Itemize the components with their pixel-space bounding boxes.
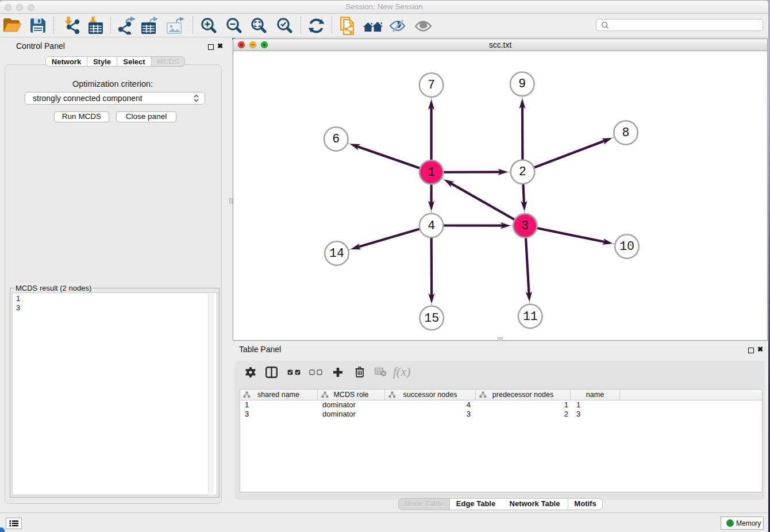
svg-text:3: 3 xyxy=(521,219,529,233)
svg-text:14: 14 xyxy=(329,246,344,260)
svg-text:11: 11 xyxy=(523,310,538,323)
svg-text:10: 10 xyxy=(619,240,634,253)
svg-text:9: 9 xyxy=(518,77,526,91)
svg-text:4: 4 xyxy=(428,219,435,233)
svg-text:8: 8 xyxy=(622,126,630,140)
svg-text:2: 2 xyxy=(519,165,526,179)
svg-text:7: 7 xyxy=(428,78,435,92)
svg-text:15: 15 xyxy=(424,311,439,325)
svg-text:6: 6 xyxy=(332,132,340,146)
svg-text:1: 1 xyxy=(428,165,435,179)
